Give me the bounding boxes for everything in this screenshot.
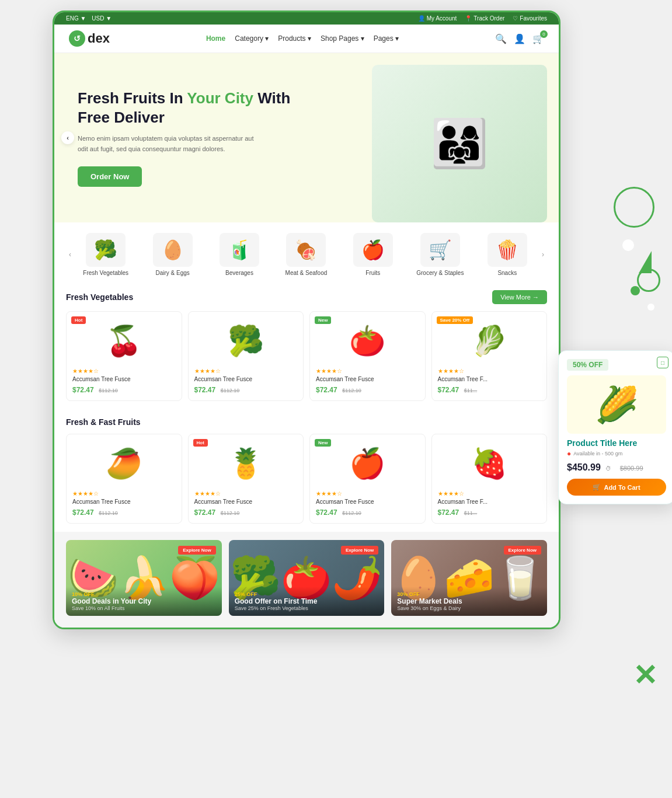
fast-fruits-grid: 🥭 ★★★★☆ Accumsan Tree Fusce $72.47 $112.… <box>66 434 547 524</box>
banner-explore-2[interactable]: Explore Now <box>504 546 541 555</box>
hero-description: Nemo enim ipsam voluptatem quia voluptas… <box>78 134 264 154</box>
product-stars-3: ★★★★☆ <box>438 368 541 374</box>
fruit-name-0: Accumsan Tree Fusce <box>72 499 176 505</box>
product-name-1: Accumsan Tree Fusce <box>194 376 298 382</box>
view-more-button[interactable]: View More → <box>492 290 547 304</box>
product-price-old-1: $112.10 <box>221 388 240 393</box>
banner-content-0: 10% OFF Good Deals in Your City Save 10%… <box>66 587 222 616</box>
nav-pages[interactable]: Pages ▾ <box>374 34 399 43</box>
nav-shop-pages[interactable]: Shop Pages ▾ <box>321 34 364 43</box>
product-stars-2: ★★★★☆ <box>316 368 419 374</box>
category-label-beverages: Beverages <box>225 270 253 276</box>
order-now-button[interactable]: Order Now <box>78 166 142 187</box>
my-account-link[interactable]: 👤 My Account <box>418 15 457 22</box>
top-bar: ENG ▼ USD ▼ 👤 My Account 📍 Track Order ♡… <box>54 12 559 25</box>
promo-banner-2[interactable]: 🥚🧀🥛 Explore Now 30% OFF Super Market Dea… <box>391 540 547 616</box>
fruit-card-1[interactable]: Hot 🍍 ★★★★☆ Accumsan Tree Fusce $72.47 $… <box>188 434 304 524</box>
add-to-cart-button[interactable]: 🛒 Add To Cart <box>567 479 666 496</box>
category-img-grocery: 🛒 <box>420 233 460 267</box>
category-meat-seafood[interactable]: 🍖 Meat & Seafood <box>283 233 329 276</box>
fruit-price-row-0: $72.47 $112.10 <box>72 507 176 517</box>
banner-discount-0: 10% OFF <box>72 591 216 597</box>
category-img-snacks: 🍿 <box>488 233 527 267</box>
fast-fruits-header: Fresh & Fast Fruits <box>66 417 547 427</box>
fruit-badge-hot: Hot <box>193 439 208 447</box>
deco-dot-green <box>631 286 640 295</box>
banner-title-0: Good Deals in Your City <box>72 597 216 605</box>
fruit-price-1: $72.47 <box>194 508 216 517</box>
product-card-2[interactable]: New 🍅 ★★★★☆ Accumsan Tree Fusce $72.47 $… <box>309 311 426 401</box>
nav-category[interactable]: Category ▾ <box>235 34 269 43</box>
fruit-image-3: 🍓 <box>438 440 541 487</box>
cart-icon[interactable]: 🛒 0 <box>532 33 544 44</box>
category-label-snacks: Snacks <box>497 270 517 276</box>
user-icon[interactable]: 👤 <box>514 33 525 44</box>
category-beverages[interactable]: 🧃 Beverages <box>216 233 263 276</box>
category-grocery-staples[interactable]: 🛒 Grocery & Staples <box>416 233 464 276</box>
promo-float-close[interactable]: □ <box>657 357 668 368</box>
category-next-arrow[interactable]: › <box>539 250 547 259</box>
logo-icon: ↺ <box>69 30 85 47</box>
product-card-0[interactable]: Hot 🍒 ★★★★☆ Accumsan Tree Fusce $72.47 $… <box>66 311 182 401</box>
fresh-veg-title: Fresh Vegetables <box>66 292 133 302</box>
promo-float-badge: 50% OFF <box>567 359 608 371</box>
product-card-3[interactable]: Save 20% Off 🥬 ★★★★☆ Accumsan Tree F... … <box>431 311 548 401</box>
promo-float-image: 🌽 <box>567 375 666 434</box>
category-fresh-vegetables[interactable]: 🥦 Fresh Vegetables <box>82 233 129 276</box>
banner-explore-0[interactable]: Explore Now <box>178 546 215 555</box>
category-label-meat: Meat & Seafood <box>285 270 328 276</box>
promo-float-title: Product Title Here <box>567 438 666 448</box>
lang-selector[interactable]: ENG ▼ <box>66 15 86 22</box>
search-icon[interactable]: 🔍 <box>495 33 507 44</box>
nav-products[interactable]: Products ▾ <box>278 34 311 43</box>
fruit-price-old-3: $11... <box>464 510 478 516</box>
category-dairy-eggs[interactable]: 🥚 Dairy & Eggs <box>149 233 196 276</box>
fruit-stars-3: ★★★★☆ <box>438 490 541 497</box>
product-price-0: $72.47 <box>72 386 94 394</box>
hero-image: 👨‍👩‍👧 <box>360 53 559 222</box>
logo-text: dex <box>88 31 110 46</box>
banner-explore-1[interactable]: Explore Now <box>341 546 378 555</box>
nav-icons: 🔍 👤 🛒 0 <box>495 33 544 44</box>
product-price-row-2: $72.47 $112.10 <box>316 384 419 395</box>
fruit-card-2[interactable]: New 🍎 ★★★★☆ Accumsan Tree Fusce $72.47 $… <box>309 434 426 524</box>
promo-banner-1[interactable]: 🥦🍅🌶️ Explore Now 25% OFF Good Offer on F… <box>229 540 385 616</box>
promo-banner-0[interactable]: 🍉🍌🍑 Explore Now 10% OFF Good Deals in Yo… <box>66 540 222 616</box>
nav-home[interactable]: Home <box>206 34 225 43</box>
fruit-price-0: $72.47 <box>72 508 94 517</box>
promo-float-prices: $450.99 ⏱ $800.99 <box>567 462 666 473</box>
fast-fruits-title: Fresh & Fast Fruits <box>66 417 141 427</box>
fruit-card-3[interactable]: 🍓 ★★★★☆ Accumsan Tree F... $72.47 $11... <box>431 434 548 524</box>
category-row: ‹ 🥦 Fresh Vegetables 🥚 Dairy & Eggs 🧃 Be… <box>66 233 547 276</box>
product-price-old-0: $112.10 <box>99 388 118 393</box>
fruit-price-row-3: $72.47 $11... <box>438 507 541 517</box>
category-img-fruits: 🍎 <box>353 233 393 267</box>
category-fruits[interactable]: 🍎 Fruits <box>350 233 396 276</box>
currency-selector[interactable]: USD ▼ <box>92 15 112 22</box>
fruit-badge-new: New <box>315 439 331 447</box>
track-order-link[interactable]: 📍 Track Order <box>465 15 504 22</box>
product-name-0: Accumsan Tree Fusce <box>72 376 176 382</box>
nav-links: Home Category ▾ Products ▾ Shop Pages ▾ … <box>206 34 399 43</box>
category-snacks[interactable]: 🍿 Snacks <box>484 233 531 276</box>
product-price-old-3: $11... <box>464 388 478 393</box>
favourites-link[interactable]: ♡ Favourites <box>513 15 547 22</box>
product-image-3: 🥬 <box>438 318 541 364</box>
banner-sub-2: Save 30% on Eggs & Dairy <box>397 605 541 611</box>
category-label-grocery: Grocery & Staples <box>416 270 464 276</box>
product-price-2: $72.47 <box>316 386 337 394</box>
hero-prev-arrow[interactable]: ‹ <box>61 131 74 144</box>
fruit-card-0[interactable]: 🥭 ★★★★☆ Accumsan Tree Fusce $72.47 $112.… <box>66 434 182 524</box>
category-items: 🥦 Fresh Vegetables 🥚 Dairy & Eggs 🧃 Beve… <box>74 233 539 276</box>
category-label-dairy: Dairy & Eggs <box>155 270 189 276</box>
fresh-veg-header: Fresh Vegetables View More → <box>66 290 547 304</box>
category-prev-arrow[interactable]: ‹ <box>66 250 74 259</box>
product-card-1[interactable]: 🥦 ★★★★☆ Accumsan Tree Fusce $72.47 $112.… <box>188 311 304 401</box>
fruit-price-row-2: $72.47 $112.10 <box>316 507 419 517</box>
product-price-old-2: $112.10 <box>342 388 361 393</box>
browser-window: ENG ▼ USD ▼ 👤 My Account 📍 Track Order ♡… <box>53 11 560 629</box>
fruit-name-2: Accumsan Tree Fusce <box>316 499 419 505</box>
fruit-price-old-1: $112.10 <box>221 510 240 516</box>
logo[interactable]: ↺ dex <box>69 30 110 47</box>
fruit-name-1: Accumsan Tree Fusce <box>194 499 298 505</box>
